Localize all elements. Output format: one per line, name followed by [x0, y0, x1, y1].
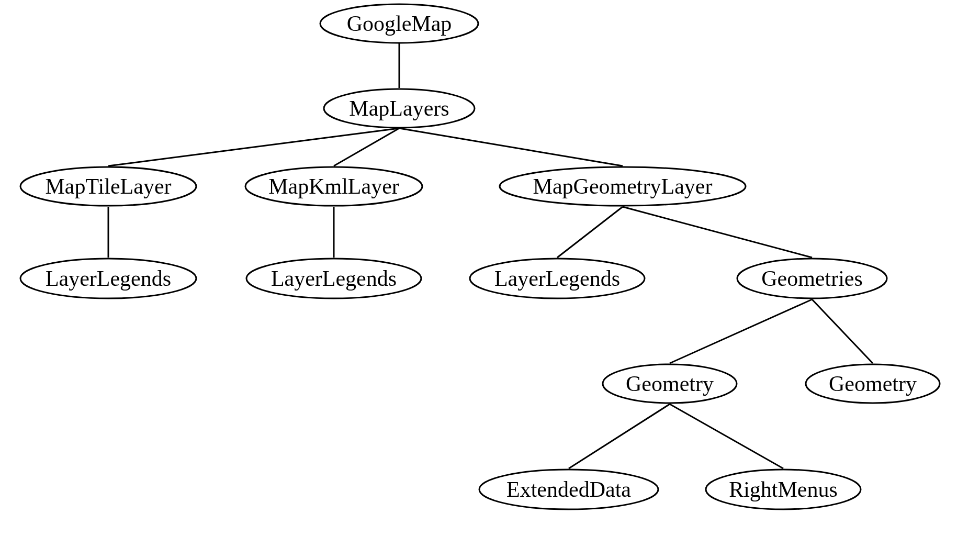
node-layerlegends-3: LayerLegends [469, 258, 646, 299]
node-layerlegends-1: LayerLegends [19, 258, 197, 299]
node-label: MapGeometryLayer [533, 174, 713, 199]
svg-line-1 [108, 128, 399, 166]
svg-line-6 [557, 207, 623, 258]
node-label: GoogleMap [347, 11, 452, 36]
node-label: ExtendedData [506, 477, 631, 502]
svg-line-10 [569, 404, 670, 468]
node-label: RightMenus [729, 477, 838, 502]
node-label: MapTileLayer [45, 174, 171, 199]
node-label: LayerLegends [271, 266, 397, 291]
node-maptilelayer: MapTileLayer [19, 166, 197, 207]
node-geometries: Geometries [736, 258, 888, 299]
svg-line-9 [812, 299, 873, 363]
node-label: Geometry [829, 371, 917, 396]
svg-line-2 [334, 128, 399, 166]
svg-line-3 [399, 128, 623, 166]
node-geometry-1: Geometry [602, 363, 738, 404]
node-rightmenus: RightMenus [705, 468, 862, 510]
node-maplayers: MapLayers [323, 88, 476, 129]
node-layerlegends-2: LayerLegends [245, 258, 422, 299]
node-label: LayerLegends [46, 266, 171, 291]
svg-line-7 [623, 207, 812, 258]
node-mapkmllayer: MapKmlLayer [244, 166, 423, 207]
svg-line-8 [670, 299, 812, 363]
node-label: LayerLegends [494, 266, 620, 291]
node-label: MapLayers [349, 96, 449, 121]
node-label: Geometry [626, 371, 714, 396]
node-mapgeometrylayer: MapGeometryLayer [499, 166, 747, 207]
node-extendeddata: ExtendedData [478, 468, 659, 510]
svg-line-11 [670, 404, 783, 468]
node-googlemap: GoogleMap [319, 3, 479, 44]
node-label: MapKmlLayer [268, 174, 399, 199]
node-geometry-2: Geometry [805, 363, 941, 404]
node-label: Geometries [761, 266, 863, 291]
